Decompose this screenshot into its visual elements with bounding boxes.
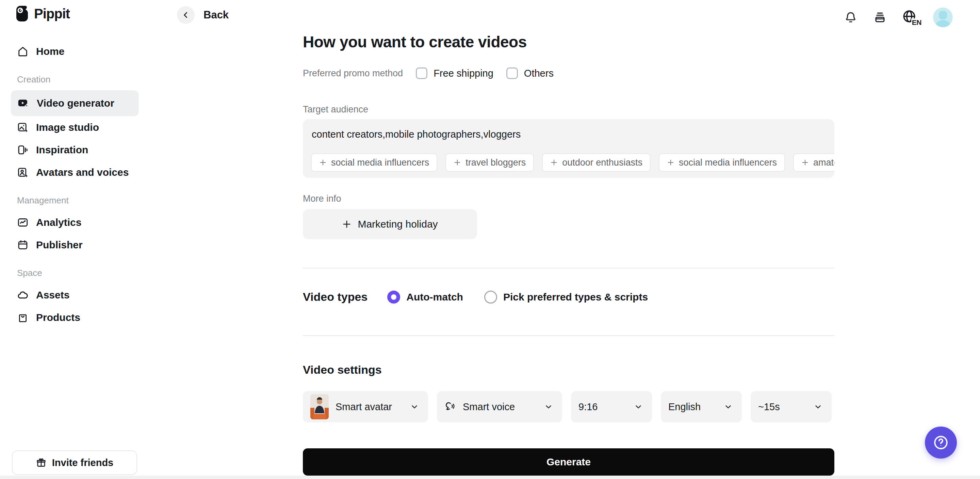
sidebar-item-inspiration[interactable]: Inspiration [11,139,139,161]
help-button[interactable] [925,426,957,458]
pippit-logo-icon [15,5,29,22]
page-title: How you want to create videos [303,33,527,51]
smart-voice-label: Smart voice [463,401,515,413]
sidebar-section-space: Space [11,268,139,278]
others-checkbox[interactable] [506,67,518,79]
chevron-down-icon [410,402,419,412]
sidebar-item-home[interactable]: Home [11,40,139,63]
free-shipping-checkbox[interactable] [416,67,427,79]
assets-cloud-icon [17,289,29,301]
pick-types-radio[interactable] [484,291,497,303]
generate-label: Generate [546,456,591,468]
others-option[interactable]: Others [506,67,554,79]
smart-voice-dropdown[interactable]: Smart voice [437,391,562,422]
main-content: How you want to create videos Preferred … [303,0,834,479]
sidebar-item-label: Assets [36,289,69,301]
back-label: Back [204,9,229,21]
home-icon [17,46,29,57]
promo-method-label: Preferred promo method [303,68,403,79]
duration-value: ~15s [758,401,780,413]
smart-avatar-label: Smart avatar [336,401,392,413]
user-avatar[interactable] [933,8,953,27]
auto-match-option[interactable]: Auto-match [387,291,463,303]
chevron-down-icon [724,402,733,412]
aspect-ratio-dropdown[interactable]: 9:16 [571,391,652,422]
target-audience-label: Target audience [303,104,368,115]
promo-method-row: Preferred promo method Free shipping Oth… [303,67,554,79]
sidebar-item-label: Analytics [36,217,81,228]
section-divider [303,335,834,336]
audience-suggestions: social media influencers travel bloggers… [311,153,834,172]
marketing-holiday-label: Marketing holiday [358,219,438,230]
chevron-down-icon [813,402,823,412]
plus-icon [342,219,352,229]
target-audience-input[interactable]: content creators,mobile photographers,vl… [303,119,834,178]
sidebar-item-label: Inspiration [36,144,88,156]
auto-match-radio[interactable] [387,291,400,303]
sidebar-item-analytics[interactable]: Analytics [11,211,139,234]
publisher-calendar-icon [17,239,29,251]
chevron-down-icon [633,402,643,412]
topbar-icons: EN [843,8,953,27]
free-shipping-option[interactable]: Free shipping [416,67,493,79]
smart-avatar-dropdown[interactable]: Smart avatar [303,391,428,422]
language-dropdown[interactable]: English [661,391,742,422]
suggestion-chip[interactable]: amateur filmmakers [793,153,834,172]
suggestion-chip[interactable]: travel bloggers [445,153,534,172]
back-chevron-icon[interactable] [177,6,195,24]
chevron-down-icon [544,402,553,412]
plus-icon [801,159,809,166]
plus-icon [550,159,558,166]
plus-icon [319,159,327,166]
auto-match-label: Auto-match [406,291,463,303]
orders-stack-icon[interactable] [872,10,888,25]
suggestion-chip[interactable]: outdoor enthusiasts [542,153,651,172]
image-studio-icon [17,121,29,133]
sidebar-item-label: Products [36,312,80,323]
suggestion-chip[interactable]: social media influencers [659,153,785,172]
video-types-heading: Video types [303,290,368,303]
gift-icon [36,457,47,468]
products-bag-icon [17,312,29,323]
sidebar-item-publisher[interactable]: Publisher [11,234,139,256]
suggestion-chip[interactable]: social media influencers [311,153,437,172]
avatar-thumbnail [310,394,329,419]
inspiration-icon [17,144,29,156]
sidebar-item-label: Avatars and voices [36,167,129,178]
brand-name: Pippit [34,6,70,21]
add-marketing-holiday-button[interactable]: Marketing holiday [303,209,477,239]
plus-icon [667,159,675,166]
sidebar: Home Creation Video generator Image stud… [11,40,139,329]
duration-dropdown[interactable]: ~15s [751,391,832,422]
generate-button[interactable]: Generate [303,448,834,476]
more-info-label: More info [303,193,341,204]
language-globe-icon[interactable]: EN [902,9,919,26]
pick-types-label: Pick preferred types & scripts [503,291,648,303]
sidebar-item-avatars-voices[interactable]: Avatars and voices [11,161,139,184]
sidebar-item-label: Home [36,46,64,57]
video-types-row: Video types Auto-match Pick preferred ty… [303,290,648,303]
avatars-icon [17,167,29,178]
sidebar-item-label: Image studio [36,121,99,133]
others-label: Others [524,68,554,79]
language-code: EN [911,18,921,27]
sidebar-item-image-studio[interactable]: Image studio [11,116,139,139]
pick-types-option[interactable]: Pick preferred types & scripts [484,291,648,303]
sidebar-item-video-generator[interactable]: Video generator [11,90,139,116]
invite-friends-button[interactable]: Invite friends [12,450,137,475]
free-shipping-label: Free shipping [434,68,493,79]
video-generator-icon [17,97,29,109]
aspect-ratio-value: 9:16 [579,401,598,413]
app-logo[interactable]: Pippit [15,5,70,22]
sidebar-item-assets[interactable]: Assets [11,284,139,306]
voice-icon [444,401,456,413]
video-settings-heading: Video settings [303,363,382,377]
sidebar-item-products[interactable]: Products [11,306,139,329]
section-divider [303,268,834,268]
notification-bell-icon[interactable] [843,10,858,25]
analytics-icon [17,217,29,228]
back-button[interactable]: Back [177,6,229,24]
question-mark-icon [932,434,950,452]
invite-friends-label: Invite friends [52,457,114,468]
target-audience-value[interactable]: content creators,mobile photographers,vl… [312,129,826,140]
